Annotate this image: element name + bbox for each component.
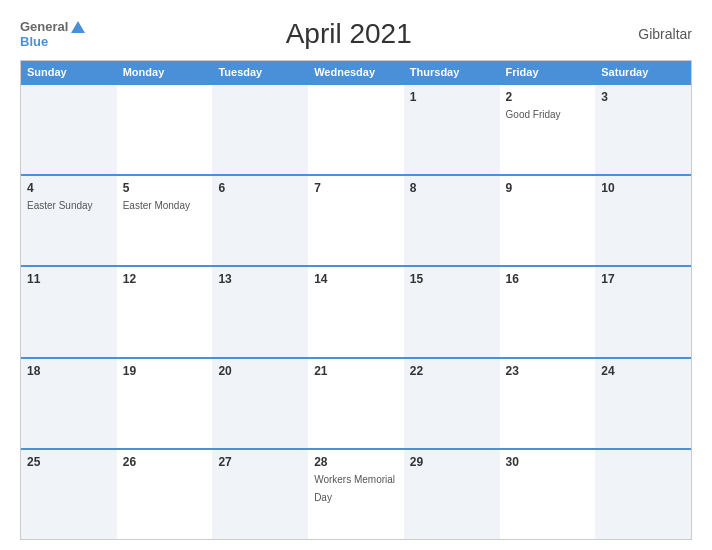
cell-day-number: 8 — [410, 181, 494, 195]
calendar-cell: 9 — [500, 176, 596, 265]
cell-day-number: 22 — [410, 364, 494, 378]
logo-blue-text: Blue — [20, 34, 85, 49]
calendar-cell — [212, 85, 308, 174]
calendar-week-3: 11121314151617 — [21, 265, 691, 356]
calendar-cell: 18 — [21, 359, 117, 448]
cell-day-number: 29 — [410, 455, 494, 469]
calendar-body: 12Good Friday34Easter Sunday5Easter Mond… — [21, 83, 691, 539]
cell-day-number: 25 — [27, 455, 111, 469]
cell-day-number: 19 — [123, 364, 207, 378]
calendar-cell: 17 — [595, 267, 691, 356]
calendar-cell — [595, 450, 691, 539]
weekday-header-sunday: Sunday — [21, 61, 117, 83]
calendar-cell: 11 — [21, 267, 117, 356]
cell-day-number: 5 — [123, 181, 207, 195]
calendar-cell: 8 — [404, 176, 500, 265]
calendar-cell: 20 — [212, 359, 308, 448]
weekday-header-saturday: Saturday — [595, 61, 691, 83]
calendar-cell — [308, 85, 404, 174]
weekday-header-monday: Monday — [117, 61, 213, 83]
calendar-week-2: 4Easter Sunday5Easter Monday678910 — [21, 174, 691, 265]
calendar-week-5: 25262728Workers Memorial Day2930 — [21, 448, 691, 539]
calendar-cell: 22 — [404, 359, 500, 448]
cell-event-label: Good Friday — [506, 109, 561, 120]
calendar-cell: 12 — [117, 267, 213, 356]
calendar-cell: 4Easter Sunday — [21, 176, 117, 265]
cell-day-number: 13 — [218, 272, 302, 286]
calendar-cell: 15 — [404, 267, 500, 356]
calendar-cell: 24 — [595, 359, 691, 448]
page: General Blue April 2021 Gibraltar Sunday… — [0, 0, 712, 550]
calendar-cell: 14 — [308, 267, 404, 356]
weekday-header-friday: Friday — [500, 61, 596, 83]
calendar-cell: 16 — [500, 267, 596, 356]
cell-day-number: 15 — [410, 272, 494, 286]
cell-day-number: 6 — [218, 181, 302, 195]
cell-day-number: 10 — [601, 181, 685, 195]
cell-day-number: 26 — [123, 455, 207, 469]
cell-day-number: 9 — [506, 181, 590, 195]
weekday-header-thursday: Thursday — [404, 61, 500, 83]
calendar-cell: 29 — [404, 450, 500, 539]
cell-day-number: 1 — [410, 90, 494, 104]
cell-event-label: Easter Sunday — [27, 200, 93, 211]
header: General Blue April 2021 Gibraltar — [20, 18, 692, 50]
cell-event-label: Easter Monday — [123, 200, 190, 211]
calendar-cell: 23 — [500, 359, 596, 448]
calendar: SundayMondayTuesdayWednesdayThursdayFrid… — [20, 60, 692, 540]
cell-day-number: 18 — [27, 364, 111, 378]
calendar-cell: 25 — [21, 450, 117, 539]
cell-day-number: 7 — [314, 181, 398, 195]
calendar-cell: 6 — [212, 176, 308, 265]
calendar-cell: 13 — [212, 267, 308, 356]
calendar-cell: 5Easter Monday — [117, 176, 213, 265]
cell-day-number: 21 — [314, 364, 398, 378]
cell-day-number: 16 — [506, 272, 590, 286]
calendar-cell — [117, 85, 213, 174]
cell-day-number: 4 — [27, 181, 111, 195]
calendar-cell: 28Workers Memorial Day — [308, 450, 404, 539]
cell-day-number: 17 — [601, 272, 685, 286]
cell-event-label: Workers Memorial Day — [314, 474, 395, 503]
cell-day-number: 28 — [314, 455, 398, 469]
weekday-header-wednesday: Wednesday — [308, 61, 404, 83]
calendar-cell: 2Good Friday — [500, 85, 596, 174]
weekday-header-tuesday: Tuesday — [212, 61, 308, 83]
calendar-cell: 21 — [308, 359, 404, 448]
calendar-cell: 10 — [595, 176, 691, 265]
country-label: Gibraltar — [612, 26, 692, 42]
calendar-header: SundayMondayTuesdayWednesdayThursdayFrid… — [21, 61, 691, 83]
logo-line1: General — [20, 19, 85, 34]
cell-day-number: 23 — [506, 364, 590, 378]
cell-day-number: 30 — [506, 455, 590, 469]
cell-day-number: 14 — [314, 272, 398, 286]
calendar-week-4: 18192021222324 — [21, 357, 691, 448]
calendar-cell: 19 — [117, 359, 213, 448]
logo: General Blue — [20, 19, 85, 49]
calendar-cell: 27 — [212, 450, 308, 539]
cell-day-number: 24 — [601, 364, 685, 378]
cell-day-number: 12 — [123, 272, 207, 286]
cell-day-number: 11 — [27, 272, 111, 286]
cell-day-number: 27 — [218, 455, 302, 469]
cell-day-number: 20 — [218, 364, 302, 378]
month-title: April 2021 — [85, 18, 612, 50]
cell-day-number: 2 — [506, 90, 590, 104]
calendar-week-1: 12Good Friday3 — [21, 83, 691, 174]
calendar-cell: 7 — [308, 176, 404, 265]
calendar-cell: 1 — [404, 85, 500, 174]
calendar-cell — [21, 85, 117, 174]
cell-day-number: 3 — [601, 90, 685, 104]
calendar-cell: 30 — [500, 450, 596, 539]
calendar-cell: 26 — [117, 450, 213, 539]
logo-general-text: General — [20, 19, 68, 34]
logo-triangle-icon — [71, 21, 85, 33]
calendar-cell: 3 — [595, 85, 691, 174]
